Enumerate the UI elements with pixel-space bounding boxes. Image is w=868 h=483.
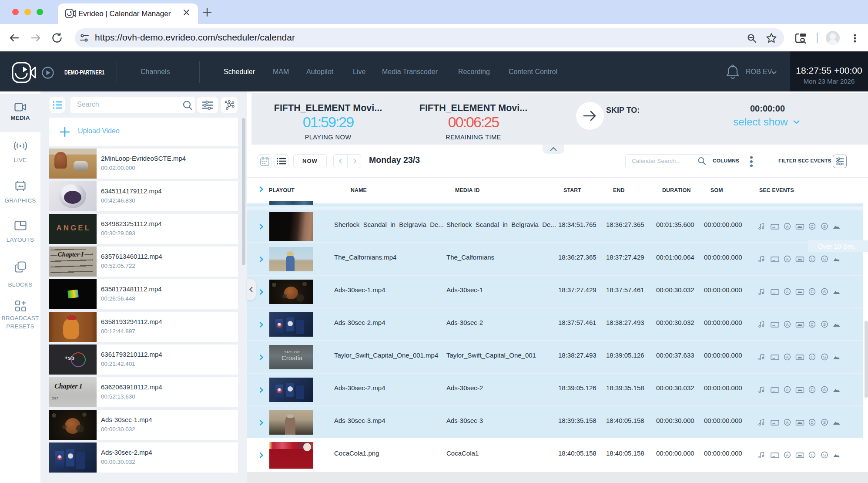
svg-text:C: C	[811, 322, 814, 327]
svg-text:A: A	[786, 453, 788, 457]
svg-text:S: S	[823, 453, 826, 457]
svg-text:C: C	[811, 387, 814, 392]
svg-text:C: C	[811, 224, 814, 229]
svg-text:S: S	[823, 355, 826, 359]
svg-text:C: C	[811, 355, 814, 359]
svg-text:C: C	[811, 289, 814, 294]
svg-text:A: A	[786, 388, 788, 392]
svg-text:S: S	[823, 224, 826, 229]
svg-text:A: A	[786, 355, 788, 359]
svg-text:A: A	[786, 257, 788, 261]
svg-text:A: A	[786, 224, 788, 229]
svg-text:C: C	[811, 420, 814, 425]
svg-text:S: S	[823, 257, 826, 261]
svg-text:A: A	[786, 420, 788, 425]
svg-text:S: S	[823, 387, 826, 392]
svg-text:C: C	[811, 257, 814, 261]
svg-text:S: S	[823, 322, 826, 327]
svg-text:S: S	[823, 420, 826, 425]
svg-text:C: C	[811, 453, 814, 457]
svg-text:S: S	[823, 289, 826, 294]
svg-text:A: A	[786, 322, 788, 327]
svg-text:A: A	[786, 290, 788, 294]
